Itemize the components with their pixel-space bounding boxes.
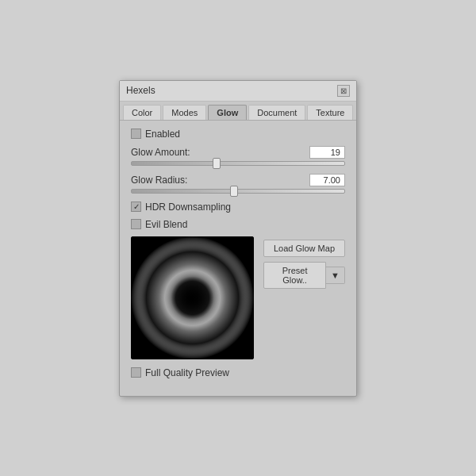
hdr-row: HDR Downsampling (131, 202, 345, 213)
preset-glow-arrow[interactable]: ▼ (326, 267, 345, 284)
glow-radius-thumb[interactable] (230, 186, 238, 197)
preset-glow-group: Preset Glow.. ▼ (263, 262, 345, 289)
close-button[interactable]: ⊠ (337, 85, 350, 97)
glow-preview (131, 236, 254, 359)
full-quality-checkbox[interactable] (131, 367, 141, 378)
evil-blend-checkbox[interactable] (131, 219, 141, 229)
enabled-row: Enabled (131, 129, 345, 140)
glow-radius-input[interactable] (309, 174, 345, 186)
load-glow-map-button[interactable]: Load Glow Map (263, 240, 345, 257)
tab-modes[interactable]: Modes (163, 105, 206, 120)
svg-point-2 (165, 270, 221, 325)
main-window: Hexels ⊠ Color Modes Glow Document Textu… (119, 80, 357, 397)
full-quality-row: Full Quality Preview (131, 367, 345, 378)
hdr-checkbox[interactable] (131, 202, 141, 212)
glow-amount-row: Glow Amount: (131, 146, 345, 166)
glow-svg (131, 236, 254, 359)
evil-blend-row: Evil Blend (131, 219, 345, 230)
window-title: Hexels (126, 85, 155, 96)
full-quality-label: Full Quality Preview (145, 367, 229, 378)
preview-area: Load Glow Map Preset Glow.. ▼ (131, 236, 345, 359)
glow-amount-input[interactable] (309, 146, 345, 159)
titlebar: Hexels ⊠ (120, 81, 356, 102)
tab-color[interactable]: Color (123, 105, 161, 120)
glow-amount-label: Glow Amount: (131, 147, 190, 158)
preview-buttons: Load Glow Map Preset Glow.. ▼ (263, 236, 345, 289)
glow-radius-label: Glow Radius: (131, 175, 187, 186)
glow-amount-track[interactable] (131, 161, 345, 166)
evil-blend-label: Evil Blend (145, 219, 187, 230)
panel-content: Enabled Glow Amount: Glow Radius: (120, 121, 356, 396)
enabled-checkbox[interactable] (131, 129, 141, 139)
tab-glow[interactable]: Glow (208, 105, 247, 120)
hdr-label: HDR Downsampling (145, 202, 231, 213)
glow-radius-row: Glow Radius: (131, 174, 345, 194)
tab-texture[interactable]: Texture (307, 105, 353, 120)
glow-amount-thumb[interactable] (213, 158, 221, 169)
glow-radius-track[interactable] (131, 189, 345, 194)
tab-bar: Color Modes Glow Document Texture (120, 102, 356, 121)
tab-document[interactable]: Document (248, 105, 305, 120)
preset-glow-button[interactable]: Preset Glow.. (263, 262, 326, 289)
enabled-label: Enabled (145, 129, 180, 140)
